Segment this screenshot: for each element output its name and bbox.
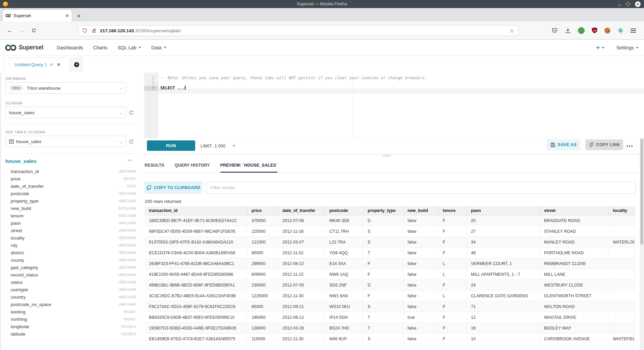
- chevron-down-icon: [119, 86, 123, 90]
- grid-header-property-type[interactable]: property_type: [363, 206, 403, 215]
- lock-slash-icon[interactable]: [92, 28, 97, 33]
- database-value: Trino warehouse: [27, 86, 60, 91]
- column-type: VARCHAR: [118, 258, 136, 262]
- cookie-icon[interactable]: [604, 28, 610, 34]
- copy-to-clipboard-button[interactable]: COPY TO CLIPBOARD: [145, 181, 202, 194]
- new-browser-tab-button[interactable]: +: [75, 12, 83, 19]
- grid-header-postcode[interactable]: postcode: [325, 206, 363, 215]
- table-row: 499B1981-3B6B-4BCD-808F-9FED9802BFA12300…: [145, 280, 635, 291]
- grid-header-street[interactable]: street: [540, 206, 608, 215]
- drag-dots-icon[interactable]: ⋮: [8, 62, 12, 67]
- chevron-down-icon: [602, 47, 604, 49]
- grid-header-tenure[interactable]: tenure: [438, 206, 467, 215]
- table-row: ECE1D376-C9A6-4C00-B004-A380B189FA568500…: [145, 248, 635, 258]
- query-tabstrip: ⋮ Untitled Query 1 ✕ +: [0, 56, 644, 71]
- refresh-table-icon[interactable]: [128, 139, 134, 144]
- grid-cell: L: [438, 291, 467, 301]
- navbar-item-label: Charts: [93, 45, 107, 50]
- pane-resize-handle-icon[interactable]: [382, 155, 390, 157]
- query-tab-close-icon[interactable]: ✕: [57, 62, 61, 67]
- filter-results-input[interactable]: [206, 181, 636, 194]
- grid-cell: 1225000: [247, 291, 278, 301]
- grid-cell: 419E1030-9A55-4467-8DA9-9FED95D65966: [145, 269, 247, 280]
- table-column-row: record_statusVARCHAR: [5, 271, 136, 278]
- window-close-icon[interactable]: ×: [635, 1, 641, 7]
- window-minimize-icon[interactable]: [618, 1, 621, 7]
- grid-header-price[interactable]: price: [247, 206, 278, 215]
- table-column-row: streetVARCHAR: [5, 227, 136, 234]
- editor-code[interactable]: -- Note: Unless you save your query, the…: [160, 73, 644, 138]
- column-name: usertype: [11, 287, 118, 292]
- grid-cell: F: [438, 323, 467, 334]
- grid-header-paon[interactable]: paon: [467, 206, 540, 215]
- run-button[interactable]: RUN: [147, 140, 195, 151]
- column-type: VARCHAR: [118, 273, 136, 277]
- url-path: :32393/superset/sqllab/: [134, 28, 181, 33]
- copy-link-button[interactable]: COPY LINK: [585, 139, 623, 150]
- navbar-item-dashboards[interactable]: Dashboards: [57, 45, 83, 50]
- navbar-item-charts[interactable]: Charts: [93, 45, 107, 50]
- refresh-schema-icon[interactable]: [128, 110, 134, 116]
- menu-icon[interactable]: [631, 29, 636, 33]
- browser-tab-superset[interactable]: Superset ✕: [3, 10, 72, 21]
- grid-cell: 2012-07-06: [278, 215, 325, 226]
- grid-cell: F: [363, 291, 403, 301]
- grid-cell: 2012-03-28: [278, 323, 325, 334]
- column-type: VARCHAR: [118, 295, 136, 299]
- grid-header-date-of-transfer[interactable]: date_of_transfer: [278, 206, 325, 215]
- query-tab[interactable]: ⋮ Untitled Query 1 ✕: [4, 57, 70, 71]
- browser-tab-close-icon[interactable]: ✕: [65, 13, 69, 18]
- code-line: [160, 81, 644, 86]
- results-tab-query-history[interactable]: QUERY HISTORY: [175, 159, 210, 173]
- grid-cell: BB8320C9-D82B-4B37-90E0-9FEE05095E10: [145, 312, 247, 323]
- settings-menu[interactable]: Settings: [616, 45, 639, 50]
- pocket-icon[interactable]: [551, 27, 558, 34]
- column-type: BIGINT: [124, 310, 136, 314]
- privacy-badger-icon[interactable]: [578, 27, 585, 34]
- grid-cell: F: [363, 258, 403, 269]
- table-column-row: priceBIGINT: [5, 175, 136, 182]
- add-query-tab-button[interactable]: +: [71, 57, 83, 71]
- grid-cell: BS24 7HD: [325, 323, 363, 334]
- grid-header-transaction-id[interactable]: transaction_id: [145, 206, 247, 215]
- grid-cell: 2012-11-22: [278, 269, 325, 280]
- code-line: -- Note: Unless you save your query, the…: [160, 76, 644, 81]
- scrollbar-track[interactable]: [640, 138, 644, 350]
- limit-dropdown[interactable]: LIMIT: 1 000: [201, 138, 235, 154]
- table-row: 3C3C29DC-B7B2-4BE5-914A-A38123AF403B1225…: [145, 291, 635, 301]
- grid-cell: NW6 1AQ: [325, 269, 363, 280]
- results-tabs: RESULTSQUERY HISTORYPREVIEW: `HOUSE_SALE…: [144, 159, 639, 173]
- more-actions-icon[interactable]: [627, 138, 633, 154]
- table-column-row: date_of_transferDATE: [5, 182, 136, 190]
- extension-asterisk-icon[interactable]: [618, 28, 624, 34]
- chevron-down-icon: [119, 139, 123, 143]
- results-tab-preview-house-sales[interactable]: PREVIEW: `HOUSE_SALES`: [220, 159, 278, 173]
- download-icon[interactable]: [565, 28, 571, 34]
- grid-header-new-build[interactable]: new_build: [403, 206, 438, 215]
- navbar-item-sql-lab[interactable]: SQL Lab: [117, 45, 141, 50]
- ublock-icon[interactable]: uO: [592, 28, 597, 34]
- save-as-button[interactable]: SAVE AS: [547, 139, 580, 150]
- grid-cell: [608, 269, 635, 280]
- add-new-button[interactable]: +: [596, 44, 604, 51]
- schema-select[interactable]: house_sales: [5, 107, 126, 118]
- back-icon[interactable]: ←: [5, 21, 14, 39]
- scrollbar-thumb[interactable]: [640, 139, 643, 245]
- forward-icon[interactable]: →: [17, 21, 26, 39]
- table-select[interactable]: house_sales: [5, 136, 126, 147]
- window-maximize-icon[interactable]: [626, 2, 630, 6]
- grid-header-locality[interactable]: locality: [608, 206, 635, 215]
- reload-icon[interactable]: [30, 21, 38, 39]
- column-type: BOOLEAN: [118, 206, 136, 210]
- bookmark-star-icon[interactable]: ☆: [509, 28, 514, 34]
- chevron-up-icon[interactable]: [127, 159, 131, 163]
- column-type: VARCHAR: [118, 288, 136, 292]
- superset-logo[interactable]: Superset: [5, 43, 43, 52]
- navbar-item-data[interactable]: Data: [151, 45, 166, 50]
- database-select[interactable]: trino Trino warehouse: [5, 82, 126, 94]
- results-tab-results[interactable]: RESULTS: [145, 159, 164, 173]
- url-bar[interactable]: 217.160.120.143:32393/superset/sqllab/ ☆: [78, 25, 519, 36]
- sql-editor[interactable]: 123 -- Note: Unless you save your query,…: [144, 73, 644, 138]
- shield-icon[interactable]: [82, 28, 87, 33]
- table-schema-header[interactable]: house_sales: [5, 158, 131, 164]
